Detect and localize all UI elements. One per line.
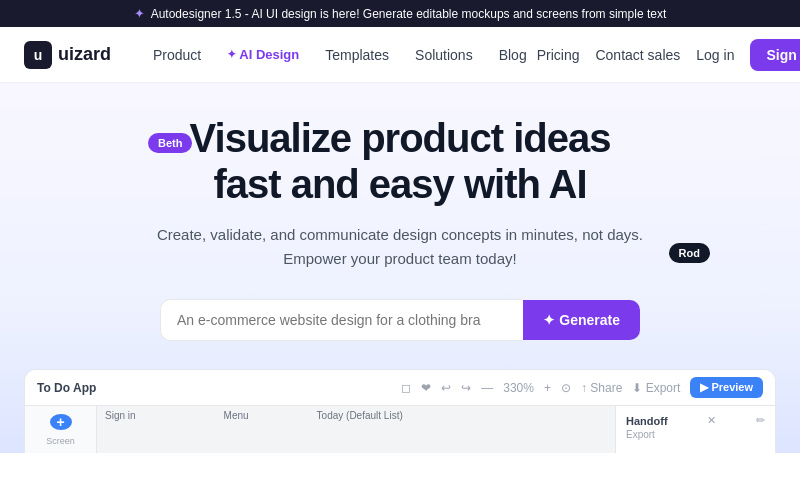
preview-icon-1[interactable]: ◻ [401, 381, 411, 395]
preview-icon-2[interactable]: ❤ [421, 381, 431, 395]
preview-share[interactable]: ↑ Share [581, 381, 622, 395]
hero-title-line1: Visualize product ideas [190, 116, 611, 160]
preview-toolbar: To Do App ◻ ❤ ↩ ↪ — 330% + ⊙ ↑ Share ⬇ E… [25, 370, 775, 406]
preview-export[interactable]: ⬇ Export [632, 381, 680, 395]
preview-export-row: Export [626, 429, 765, 440]
preview-close-icon[interactable]: ✕ [707, 414, 716, 427]
preview-zoom-plus[interactable]: + [544, 381, 551, 395]
beth-badge: Beth [148, 133, 192, 153]
preview-export-label: Export [626, 429, 655, 440]
preview-undo[interactable]: ↩ [441, 381, 451, 395]
hero-title: Visualize product ideas fast and easy wi… [190, 115, 611, 207]
preview-main-area: Sign in Menu Today (Default List) [97, 406, 615, 453]
nav-contact-sales[interactable]: Contact sales [595, 47, 680, 63]
star-icon: ✦ [134, 6, 145, 21]
preview-icon-3[interactable]: ⊙ [561, 381, 571, 395]
preview-screen-label: Screen [46, 436, 75, 446]
nav-right: Pricing Contact sales Log in Sign up for… [537, 39, 800, 71]
logo[interactable]: u uizard [24, 41, 111, 69]
nav-login[interactable]: Log in [696, 47, 734, 63]
preview-canvas: Sign in Menu Today (Default List) [97, 406, 615, 425]
preview-content: + Screen Sign in Menu Today (Default Lis… [25, 406, 775, 453]
preview-add-btn[interactable]: + [50, 414, 72, 430]
preview-signin-text: Sign in [105, 410, 136, 421]
nav-pricing[interactable]: Pricing [537, 47, 580, 63]
nav-links: Product ✦ AI Design Templates Solutions … [143, 41, 537, 69]
preview-menu-text: Menu [224, 410, 249, 421]
logo-icon: u [24, 41, 52, 69]
announcement-text: Autodesigner 1.5 - AI UI design is here!… [151, 7, 667, 21]
preview-separator: — [481, 381, 493, 395]
preview-toolbar-icons: ◻ ❤ ↩ ↪ — 330% + ⊙ ↑ Share ⬇ Export ▶ Pr… [401, 377, 763, 398]
nav-ai-label: AI Design [239, 47, 299, 62]
logo-text: uizard [58, 44, 111, 65]
hero-title-line2: fast and easy with AI [213, 162, 586, 206]
preview-list-text: Today (Default List) [317, 410, 403, 421]
nav-item-solutions[interactable]: Solutions [405, 41, 483, 69]
preview-right-panel: Handoff ✕ ✏ Export [615, 406, 775, 453]
generate-input[interactable] [160, 299, 523, 341]
preview-handoff-title: Handoff [626, 415, 668, 427]
ui-preview: To Do App ◻ ❤ ↩ ↪ — 330% + ⊙ ↑ Share ⬇ E… [24, 369, 776, 453]
preview-sidebar: + Screen [25, 406, 97, 453]
signup-button[interactable]: Sign up for free [750, 39, 800, 71]
preview-button[interactable]: ▶ Preview [690, 377, 763, 398]
ai-star-icon: ✦ [227, 48, 236, 61]
nav-item-product[interactable]: Product [143, 41, 211, 69]
preview-pencil-icon[interactable]: ✏ [756, 414, 765, 427]
preview-panel-header: Handoff ✕ ✏ [626, 414, 765, 427]
nav-item-templates[interactable]: Templates [315, 41, 399, 69]
generate-input-row: ✦ Generate [160, 299, 640, 341]
hero-section: Beth Visualize product ideas fast and ea… [0, 83, 800, 453]
nav-item-blog[interactable]: Blog [489, 41, 537, 69]
generate-button[interactable]: ✦ Generate [523, 300, 640, 340]
preview-app-name: To Do App [37, 381, 96, 395]
nav-item-ai-design[interactable]: ✦ AI Design [217, 41, 309, 68]
preview-redo[interactable]: ↪ [461, 381, 471, 395]
announcement-bar: ✦ Autodesigner 1.5 - AI UI design is her… [0, 0, 800, 27]
navbar: u uizard Product ✦ AI Design Templates S… [0, 27, 800, 83]
hero-subtitle: Create, validate, and communicate design… [150, 223, 650, 271]
rod-badge: Rod [669, 243, 710, 263]
preview-zoom[interactable]: 330% [503, 381, 534, 395]
